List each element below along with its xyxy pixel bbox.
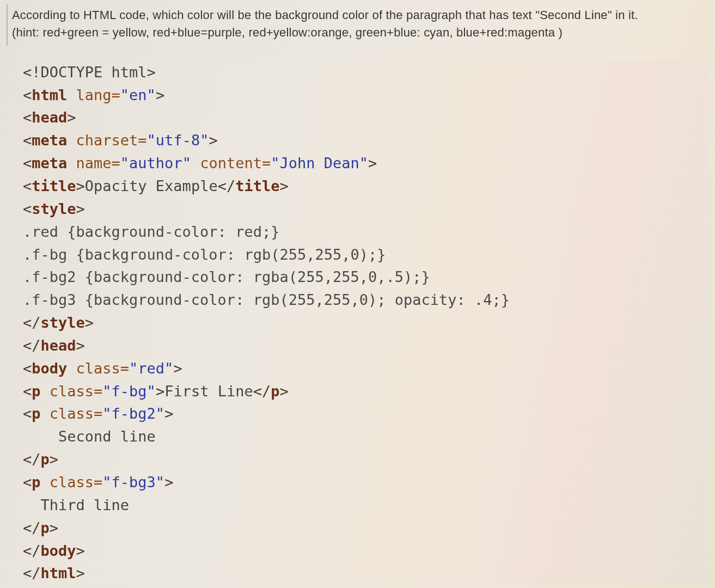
code-line-doctype: <!DOCTYPE html>	[23, 64, 156, 81]
code-tag-style: style	[32, 200, 76, 217]
code-css-red: .red {background-color: red;}	[23, 223, 279, 240]
code-first-line-text: First Line	[164, 383, 253, 400]
code-str-en: "en"	[120, 87, 156, 103]
code-tag-p: p	[32, 405, 40, 422]
question-prompt: According to HTML code, which color will…	[12, 8, 638, 22]
code-angle: <	[23, 383, 32, 400]
code-tag-html: html	[41, 565, 76, 581]
code-angle: </	[253, 383, 271, 400]
code-angle: >	[173, 360, 182, 377]
code-attr-class: class=	[41, 474, 103, 491]
code-angle: <	[23, 474, 32, 491]
code-angle: >	[209, 132, 217, 149]
code-css-fbg3: .f-bg3 {background-color: rgb(255,255,0)…	[23, 291, 510, 308]
code-angle: >	[156, 383, 164, 400]
code-angle: <	[23, 360, 32, 377]
code-tag-p: p	[32, 383, 40, 400]
code-angle: >	[85, 314, 94, 331]
code-angle: </	[23, 542, 41, 559]
code-second-line-text: Second line	[23, 428, 156, 445]
code-angle: >	[76, 200, 85, 217]
code-tag-html: html	[32, 87, 67, 103]
code-block: <!DOCTYPE html> <html lang="en"> <head> …	[7, 61, 708, 585]
code-angle: >	[76, 565, 85, 581]
code-tag-head: head	[41, 337, 76, 354]
code-tag-p: p	[41, 451, 50, 468]
code-title-text: Opacity Example	[85, 177, 218, 194]
code-angle: >	[76, 177, 85, 194]
code-angle: </	[218, 177, 236, 194]
code-angle: <	[23, 177, 32, 194]
code-attr-class: class=	[41, 383, 103, 400]
code-angle: <	[23, 200, 32, 217]
code-angle: >	[76, 337, 85, 354]
code-angle: >	[368, 155, 377, 171]
code-angle: <	[23, 155, 32, 171]
code-third-line-text: Third line	[23, 497, 129, 513]
code-css-fbg: .f-bg {background-color: rgb(255,255,0);…	[23, 246, 386, 263]
code-angle: <	[23, 87, 32, 103]
code-css-fbg2: .f-bg2 {background-color: rgba(255,255,0…	[23, 268, 430, 285]
code-tag-body: body	[41, 542, 76, 559]
code-angle: >	[156, 87, 164, 103]
code-angle: >	[279, 383, 288, 400]
code-attr-class: class=	[41, 405, 103, 422]
code-angle: >	[50, 451, 58, 468]
code-angle: </	[23, 519, 41, 536]
code-angle: >	[164, 474, 173, 491]
code-tag-title: title	[32, 177, 76, 194]
code-tag-p: p	[41, 519, 50, 536]
code-angle: >	[67, 109, 76, 126]
code-str-fbg: "f-bg"	[102, 383, 156, 400]
code-attr-content: content=	[191, 155, 271, 171]
code-str-utf8: "utf-8"	[147, 132, 209, 149]
code-angle: </	[23, 337, 41, 354]
code-tag-head: head	[32, 109, 67, 126]
code-tag-style: style	[41, 314, 85, 331]
question-hint: (hint: red+green = yellow, red+blue=purp…	[12, 24, 708, 41]
code-angle: <	[23, 109, 32, 126]
code-str-fbg2: "f-bg2"	[102, 405, 164, 422]
code-attr-class: class=	[67, 360, 129, 377]
code-tag-p: p	[32, 474, 40, 491]
code-str-fbg3: "f-bg3"	[102, 474, 164, 491]
code-tag-meta: meta	[32, 132, 67, 149]
question-block: According to HTML code, which color will…	[7, 4, 708, 46]
code-angle: </	[23, 451, 41, 468]
code-attr-charset: charset=	[67, 132, 146, 149]
code-angle: <	[23, 405, 32, 422]
code-angle: </	[23, 314, 41, 331]
code-angle: >	[50, 519, 58, 536]
code-angle: </	[23, 565, 41, 581]
code-angle: >	[164, 405, 173, 422]
code-tag-body: body	[32, 360, 67, 377]
code-angle: <	[23, 132, 32, 149]
code-str-red: "red"	[129, 360, 173, 377]
code-attr-lang: lang=	[67, 87, 120, 103]
code-str-johndean: "John Dean"	[271, 155, 368, 171]
code-angle: >	[279, 177, 288, 194]
code-angle: >	[76, 542, 85, 559]
code-attr-name: name=	[67, 155, 120, 171]
code-tag-title: title	[235, 177, 279, 194]
code-str-author: "author"	[120, 155, 191, 171]
code-tag-p: p	[271, 383, 279, 400]
code-tag-meta: meta	[32, 155, 67, 171]
